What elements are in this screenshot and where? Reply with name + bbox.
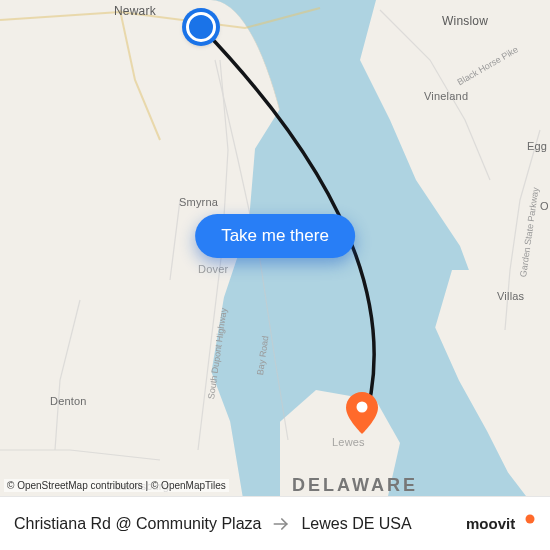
route-origin-text: Christiana Rd @ Community Plaza (14, 515, 261, 533)
route-destination-text: Lewes DE USA (301, 515, 411, 533)
route-summary: Christiana Rd @ Community Plaza Lewes DE… (14, 514, 458, 534)
take-me-there-button[interactable]: Take me there (195, 214, 355, 258)
city-denton: Denton (50, 395, 87, 407)
attribution-osm: © OpenStreetMap contributors (7, 480, 143, 491)
state-label-delaware: DELAWARE (292, 475, 418, 496)
map[interactable]: Newark Winslow Vineland Egg Tow Smyrna D… (0, 0, 550, 496)
city-smyrna: Smyrna (179, 196, 218, 208)
footer-bar: Christiana Rd @ Community Plaza Lewes DE… (0, 496, 550, 550)
city-egg-town: Egg Tow (527, 140, 550, 152)
marker-o: O (540, 200, 549, 212)
city-newark: Newark (114, 4, 156, 18)
city-lewes: Lewes (332, 436, 365, 448)
svg-point-3 (526, 514, 535, 523)
city-vineland: Vineland (424, 90, 468, 102)
arrow-right-icon (271, 514, 291, 534)
city-dover: Dover (198, 263, 228, 275)
attribution-omt: © OpenMapTiles (151, 480, 226, 491)
moovit-logo[interactable]: moovit (466, 513, 536, 535)
origin-pin[interactable] (186, 12, 216, 42)
map-attribution: © OpenStreetMap contributors | © OpenMap… (4, 479, 229, 492)
city-villas: Villas (497, 290, 524, 302)
svg-text:moovit: moovit (466, 515, 515, 532)
city-winslow: Winslow (442, 14, 488, 28)
